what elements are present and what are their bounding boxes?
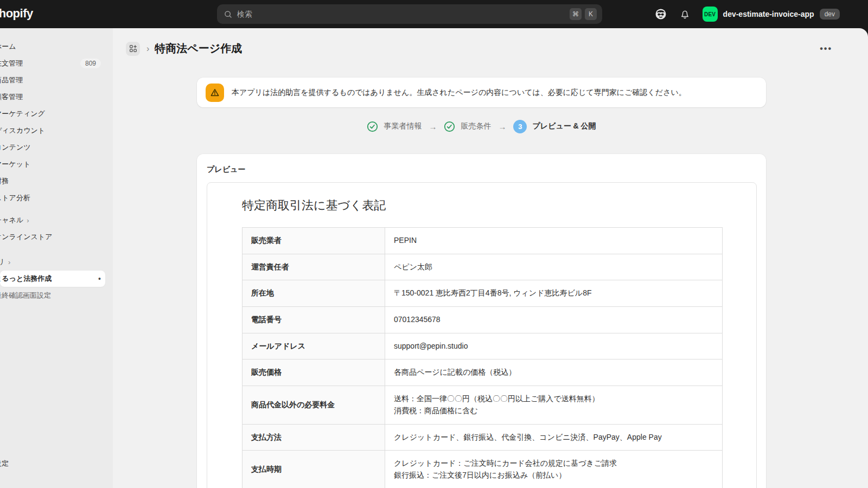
main-content: › 特商法ページ作成 ••• 本アプリは法的助言を提供するものではありません。生… — [113, 28, 868, 488]
preview-panel: 特定商取引法に基づく表記 販売業者PEPIN運営責任者ペピン太郎所在地〒150-… — [207, 182, 757, 488]
tokusho-page-heading: 特定商取引法に基づく表記 — [242, 197, 722, 214]
sidebar-item-商品管理[interactable]: 商品管理 — [0, 72, 105, 88]
breadcrumb-chevron-icon: › — [146, 44, 149, 54]
table-row-value: クレジットカード：ご注文時にカード会社の規定に基づきご請求銀行振込：ご注文後7日… — [385, 451, 723, 488]
more-actions-button[interactable]: ••• — [816, 42, 835, 56]
sidebar-item-顧客管理[interactable]: 顧客管理 — [0, 89, 105, 105]
sidebar-item-財務[interactable]: 財務 — [0, 173, 105, 189]
sidebar-item-label: マーケティング — [0, 109, 45, 119]
table-row-label: 運営責任者 — [242, 254, 385, 280]
step-事業者情報[interactable]: 事業者情報 — [367, 121, 422, 132]
table-row-label: 販売価格 — [242, 359, 385, 386]
sidebar-item-label: 注文管理 — [0, 59, 23, 68]
preview-card: プレビュー 特定商取引法に基づく表記 販売業者PEPIN運営責任者ペピン太郎所在… — [197, 154, 766, 488]
sidebar-item-label: ストア分析 — [0, 193, 30, 203]
chevron-right-icon: › — [27, 216, 29, 224]
table-row-label: 支払方法 — [242, 424, 385, 451]
page-title: 特商法ページ作成 — [155, 41, 242, 56]
k-keycap: K — [585, 8, 597, 20]
step-label: 販売条件 — [461, 121, 491, 131]
sidebar-item-オンラインストア[interactable]: オンラインストア — [0, 229, 105, 245]
store-env-badge: dev — [820, 9, 840, 20]
table-row-label: メールアドレス — [242, 333, 385, 359]
topbar-right-cluster: DEV dev-estimate-invoice-app dev — [654, 0, 840, 28]
unsaved-dot-indicator: • — [98, 275, 101, 282]
sidebar-item-label: 設定 — [0, 459, 9, 468]
table-row-value: 〒150-0021 恵比寿西2丁目4番8号, ウィンド恵比寿ビル8F — [385, 280, 723, 307]
table-row-value: support@pepin.studio — [385, 333, 723, 359]
sidebar-item-label: マーケット — [0, 159, 30, 169]
sidebar-item-ストア分析[interactable]: ストア分析 — [0, 190, 105, 206]
sidebar-item-label: 商品管理 — [0, 75, 23, 85]
sidebar-item-label: コンテンツ — [0, 143, 31, 152]
table-row-value: 各商品ページに記載の価格（税込） — [385, 359, 723, 386]
table-row-value: ペピン太郎 — [385, 254, 723, 280]
preview-card-title: プレビュー — [207, 165, 757, 175]
table-row-value: クレジットカード、銀行振込、代金引換、コンビニ決済、PayPay、Apple P… — [385, 424, 723, 451]
table-row: 販売価格各商品ページに記載の価格（税込） — [242, 359, 723, 386]
sidebar-item-label: 財務 — [0, 176, 9, 186]
step-label: 事業者情報 — [384, 121, 422, 131]
table-row-label: 商品代金以外の必要料金 — [242, 386, 385, 424]
table-row: 支払方法クレジットカード、銀行振込、代金引換、コンビニ決済、PayPay、App… — [242, 424, 723, 451]
sidebar-item-マーケット[interactable]: マーケット — [0, 156, 105, 172]
step-check-icon — [444, 121, 455, 132]
sidebar-item-label: ホーム — [0, 42, 16, 52]
sidebar-item-コンテンツ[interactable]: コンテンツ — [0, 139, 105, 156]
store-name: dev-estimate-invoice-app — [723, 10, 814, 18]
global-search[interactable]: ⌘ K — [217, 4, 602, 24]
sidebar-item-section-アプリ[interactable]: アプリ› — [0, 254, 105, 270]
sidebar-item-ディスカウント[interactable]: ディスカウント — [0, 123, 105, 139]
sidebar-item-マーケティング[interactable]: マーケティング — [0, 106, 105, 122]
sidebar-item-注文管理[interactable]: 注文管理809 — [0, 55, 105, 72]
step-check-icon — [367, 121, 378, 132]
table-row: 電話番号07012345678 — [242, 307, 723, 333]
table-row-value: PEPIN — [385, 228, 723, 254]
sidebar-item-label: まるっと法務作成 — [0, 274, 52, 284]
tokusho-table: 販売業者PEPIN運営責任者ペピン太郎所在地〒150-0021 恵比寿西2丁目4… — [242, 227, 723, 488]
table-row-label: 支払時期 — [242, 451, 385, 488]
step-販売条件[interactable]: 販売条件 — [444, 121, 491, 132]
table-row: 所在地〒150-0021 恵比寿西2丁目4番8号, ウィンド恵比寿ビル8F — [242, 280, 723, 307]
apps-grid-icon — [129, 44, 137, 53]
sidebar-item-section-チャネル[interactable]: チャネル› — [0, 212, 105, 228]
step-プレビュー & 公開[interactable]: 3プレビュー & 公開 — [513, 120, 596, 133]
store-menu[interactable]: DEV dev-estimate-invoice-app dev — [703, 7, 840, 22]
table-row-label: 販売業者 — [242, 228, 385, 254]
table-row-value: 07012345678 — [385, 307, 723, 333]
workspace: ホーム注文管理809商品管理顧客管理マーケティングディスカウントコンテンツマーケ… — [0, 28, 868, 488]
sidebar-item-まるっと法務作成[interactable]: まるっと法務作成• — [0, 271, 105, 287]
step-number-badge: 3 — [513, 120, 527, 133]
step-arrow-icon: → — [498, 122, 506, 131]
shopify-logo: shopify — [0, 7, 33, 21]
search-icon — [224, 10, 233, 19]
sidebar-item-settings[interactable]: 設定 — [0, 455, 105, 472]
topbar: shopify ⌘ K — [0, 0, 868, 28]
table-row: 販売業者PEPIN — [242, 228, 723, 254]
content-column: 本アプリは法的助言を提供するものではありません。生成されたページの内容については… — [197, 78, 766, 488]
chevron-right-icon: › — [8, 258, 10, 266]
order-count-badge: 809 — [80, 59, 101, 68]
sidebar-item-最終確認画面設定[interactable]: 最終確認画面設定 — [0, 287, 105, 304]
table-row: 運営責任者ペピン太郎 — [242, 254, 723, 280]
banner-text: 本アプリは法的助言を提供するものではありません。生成されたページの内容については… — [232, 88, 686, 98]
notifications-bell-icon[interactable] — [679, 9, 691, 20]
sidebar-nav: ホーム注文管理809商品管理顧客管理マーケティングディスカウントコンテンツマーケ… — [0, 28, 113, 488]
step-arrow-icon: → — [429, 122, 437, 131]
apps-breadcrumb-button[interactable] — [126, 42, 140, 56]
table-row-label: 電話番号 — [242, 307, 385, 333]
sidebar-item-label: ディスカウント — [0, 126, 45, 136]
step-label: プレビュー & 公開 — [532, 121, 596, 131]
sidebar-item-label: 最終確認画面設定 — [0, 291, 51, 300]
sidebar-item-label: 顧客管理 — [0, 92, 23, 102]
sidebar-item-ホーム[interactable]: ホーム — [0, 38, 105, 55]
dev-persona-icon[interactable] — [654, 8, 667, 21]
cmd-keycap: ⌘ — [570, 8, 582, 20]
sidebar-item-label: チャネル — [0, 215, 23, 225]
page-header: › 特商法ページ作成 ••• — [126, 41, 835, 56]
sidebar-item-label: オンラインストア — [0, 232, 52, 242]
search-input[interactable] — [237, 10, 566, 18]
table-row: 商品代金以外の必要料金送料：全国一律〇〇円（税込〇〇円以上ご購入で送料無料）消費… — [242, 386, 723, 424]
sidebar-item-label: アプリ — [0, 257, 5, 267]
table-row-value: 送料：全国一律〇〇円（税込〇〇円以上ご購入で送料無料）消費税：商品価格に含む — [385, 386, 723, 424]
